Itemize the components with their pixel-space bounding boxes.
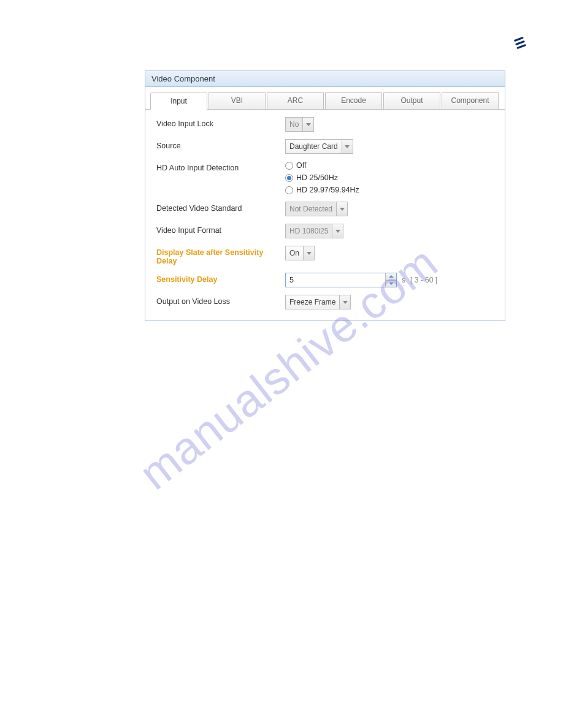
tab-component[interactable]: Component — [442, 92, 499, 109]
tab-encode[interactable]: Encode — [325, 92, 382, 109]
chevron-down-icon — [332, 224, 343, 238]
select-value: Daughter Card — [286, 142, 342, 151]
spinner-up-icon[interactable] — [386, 273, 396, 281]
unit-label: s — [402, 276, 405, 284]
svg-rect-2 — [516, 44, 526, 49]
radio-group-hd-auto: Off HD 25/50Hz HD 29.97/59.94Hz — [285, 161, 359, 194]
label-video-input-lock: Video Input Lock — [156, 117, 285, 128]
select-value: HD 1080i25 — [286, 227, 332, 235]
tab-output[interactable]: Output — [383, 92, 440, 109]
select-source[interactable]: Daughter Card — [285, 139, 353, 154]
radio-off[interactable]: Off — [285, 161, 359, 170]
radio-icon — [285, 174, 293, 182]
radio-hd-2997-5994[interactable]: HD 29.97/59.94Hz — [285, 186, 359, 194]
radio-icon — [285, 186, 293, 194]
label-hd-auto-input: HD Auto Input Detection — [156, 161, 285, 172]
select-value: Freeze Frame — [286, 298, 339, 306]
panel-title: Video Component — [145, 71, 505, 87]
tab-vbi[interactable]: VBI — [209, 92, 266, 109]
select-value: On — [286, 249, 303, 257]
select-display-slate[interactable]: On — [285, 246, 315, 260]
spinner-sensitivity-delay[interactable] — [285, 273, 397, 287]
label-sensitivity-delay: Sensitivity Delay — [156, 273, 285, 284]
form-body: Video Input Lock No Source Daughter Card… — [145, 110, 505, 320]
range-label: [ 3 - 60 ] — [410, 276, 437, 284]
chevron-down-icon — [336, 202, 347, 216]
select-video-input-lock: No — [285, 117, 314, 132]
ericsson-logo — [513, 36, 527, 50]
tab-bar: Input VBI ARC Encode Output Component — [145, 87, 505, 110]
chevron-down-icon — [342, 140, 353, 153]
chevron-down-icon — [339, 295, 350, 309]
chevron-down-icon — [302, 118, 313, 131]
select-video-input-format: HD 1080i25 — [285, 224, 343, 238]
video-component-panel: Video Component Input VBI ARC Encode Out… — [145, 70, 505, 321]
radio-icon — [285, 162, 293, 170]
label-source: Source — [156, 139, 285, 150]
radio-label: Off — [296, 161, 306, 170]
spinner-down-icon[interactable] — [386, 281, 396, 287]
tab-input[interactable]: Input — [150, 93, 207, 110]
label-output-on-loss: Output on Video Loss — [156, 295, 285, 306]
select-value: No — [286, 120, 302, 129]
radio-label: HD 29.97/59.94Hz — [296, 186, 359, 194]
select-detected-std: Not Detected — [285, 202, 348, 216]
radio-label: HD 25/50Hz — [296, 173, 338, 182]
label-video-input-format: Video Input Format — [156, 224, 285, 235]
select-output-on-loss[interactable]: Freeze Frame — [285, 295, 351, 309]
select-value: Not Detected — [286, 205, 336, 213]
sensitivity-delay-input[interactable] — [286, 273, 385, 287]
label-detected-std: Detected Video Standard — [156, 202, 285, 213]
svg-rect-1 — [515, 40, 525, 45]
radio-hd-25-50[interactable]: HD 25/50Hz — [285, 173, 359, 182]
svg-rect-0 — [514, 37, 524, 42]
label-display-slate: Display Slate after Sensitivity Delay — [156, 246, 285, 265]
tab-arc[interactable]: ARC — [267, 92, 324, 109]
chevron-down-icon — [303, 246, 314, 260]
